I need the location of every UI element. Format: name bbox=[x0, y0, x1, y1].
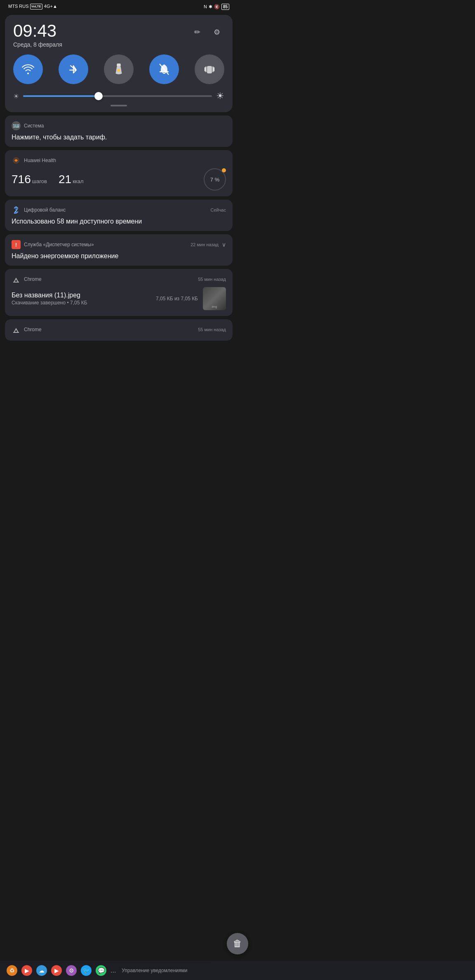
steps-label: шагов bbox=[32, 178, 47, 184]
brightness-slider-track[interactable] bbox=[23, 95, 212, 97]
notification-chrome1[interactable]: Chrome 55 мин назад Без названия (11).jp… bbox=[5, 269, 233, 316]
huawei-app-name: Huawei Health bbox=[24, 158, 226, 163]
brightness-fill bbox=[23, 95, 99, 97]
notification-sistema[interactable]: 1Ш Система Нажмите, чтобы задать тариф. bbox=[5, 115, 233, 147]
chrome1-app-name: Chrome bbox=[24, 276, 195, 282]
huawei-kcal-stat: 21 ккал bbox=[59, 173, 84, 186]
brightness-min-icon: ☀ bbox=[13, 92, 19, 100]
steps-count: 716 bbox=[12, 173, 31, 186]
settings-button[interactable]: ⚙ bbox=[209, 25, 224, 40]
sistema-notif-title: Нажмите, чтобы задать тариф. bbox=[12, 134, 226, 141]
svg-point-1 bbox=[117, 69, 120, 72]
svg-rect-3 bbox=[207, 66, 212, 73]
expand-button[interactable]: ∨ bbox=[222, 241, 226, 248]
nfc-icon: N bbox=[204, 4, 207, 9]
dispatch-app-name: Служба «Диспетчер системы» bbox=[24, 242, 187, 247]
huawei-steps-stat: 716 шагов bbox=[12, 173, 47, 186]
notification-balance[interactable]: Цифровой баланс Сейчас Использовано 58 м… bbox=[5, 200, 233, 231]
notif-header-sistema: 1Ш Система bbox=[12, 121, 226, 130]
sistema-app-name: Система bbox=[24, 123, 226, 129]
notification-huawei[interactable]: Huawei Health 716 шагов 21 ккал 7 % bbox=[5, 150, 233, 196]
notif-header-huawei: Huawei Health bbox=[12, 156, 226, 165]
huawei-stats: 716 шагов 21 ккал 7 % bbox=[12, 168, 226, 191]
panel-handle bbox=[111, 105, 127, 106]
wifi-toggle[interactable] bbox=[13, 54, 43, 84]
dispatch-notif-title: Найдено энергоемкое приложение bbox=[12, 252, 226, 260]
chrome2-app-icon bbox=[12, 325, 21, 334]
sistema-app-icon: 1Ш bbox=[12, 121, 21, 130]
balance-time: Сейчас bbox=[210, 207, 226, 212]
date-display: Среда, 8 февраля bbox=[13, 41, 62, 48]
time-block: 09:43 Среда, 8 февраля bbox=[13, 22, 62, 48]
silent-toggle[interactable] bbox=[149, 54, 179, 84]
flashlight-toggle[interactable] bbox=[104, 54, 134, 84]
chrome-app-icon bbox=[12, 275, 21, 284]
status-bar: MTS RUS VoLTE 4G+▲ N ✱ 🔇 85 bbox=[0, 0, 238, 12]
svg-rect-0 bbox=[117, 64, 120, 67]
silent-status-icon: 🔇 bbox=[214, 4, 220, 9]
notif-header-chrome1: Chrome 55 мин назад bbox=[12, 275, 226, 284]
chrome2-app-name: Chrome bbox=[24, 327, 195, 332]
balance-app-icon bbox=[12, 205, 21, 214]
notif-header-dispatch: ! Служба «Диспетчер системы» 22 мин наза… bbox=[12, 240, 226, 249]
quick-toggles bbox=[13, 54, 224, 84]
battery-indicator: 85 bbox=[221, 4, 229, 10]
bluetooth-status-icon: ✱ bbox=[209, 4, 212, 9]
download-subtitle: Скачивание завершено • 7,05 КБ bbox=[12, 300, 151, 306]
dispatch-time: 22 мин назад bbox=[190, 242, 219, 247]
volte-badge: VoLTE bbox=[30, 4, 42, 9]
brightness-max-icon: ☀ bbox=[216, 91, 224, 101]
notification-dispatch[interactable]: ! Служба «Диспетчер системы» 22 мин наза… bbox=[5, 234, 233, 266]
carrier-info: MTS RUS VoLTE 4G+▲ bbox=[8, 4, 57, 9]
chrome1-time: 55 мин назад bbox=[198, 277, 226, 282]
edit-button[interactable]: ✏ bbox=[190, 25, 205, 40]
chrome-download-info: Без названия (11).jpeg Скачивание заверш… bbox=[12, 287, 226, 310]
quick-panel-actions: ✏ ⚙ bbox=[190, 25, 224, 40]
download-size: 7,05 КБ из 7,05 КБ bbox=[156, 296, 198, 302]
status-icons: N ✱ 🔇 85 bbox=[204, 4, 229, 10]
brightness-control[interactable]: ☀ ☀ bbox=[13, 91, 224, 101]
balance-notif-title: Использовано 58 мин доступного времени bbox=[12, 218, 226, 225]
bluetooth-toggle[interactable] bbox=[59, 54, 88, 84]
huawei-app-icon bbox=[12, 156, 21, 165]
vibrate-toggle[interactable] bbox=[195, 54, 224, 84]
download-thumbnail: img bbox=[203, 287, 226, 310]
time-row: 09:43 Среда, 8 февраля ✏ ⚙ bbox=[13, 22, 224, 48]
kcal-label: ккал bbox=[73, 178, 83, 184]
download-filename: Без названия (11).jpeg bbox=[12, 292, 151, 299]
notif-header-chrome2: Chrome 55 мин назад bbox=[12, 325, 226, 334]
dispatch-app-icon: ! bbox=[12, 240, 21, 249]
balance-app-name: Цифровой баланс bbox=[24, 207, 207, 213]
clock-display: 09:43 bbox=[13, 22, 62, 40]
huawei-progress-circle: 7 % bbox=[204, 168, 226, 191]
brightness-thumb[interactable] bbox=[94, 92, 103, 100]
chrome2-time: 55 мин назад bbox=[198, 327, 226, 332]
notif-header-balance: Цифровой баланс Сейчас bbox=[12, 205, 226, 214]
notification-chrome2[interactable]: Chrome 55 мин назад bbox=[5, 319, 233, 341]
quick-settings-panel: 09:43 Среда, 8 февраля ✏ ⚙ bbox=[5, 15, 233, 112]
kcal-count: 21 bbox=[59, 173, 71, 186]
